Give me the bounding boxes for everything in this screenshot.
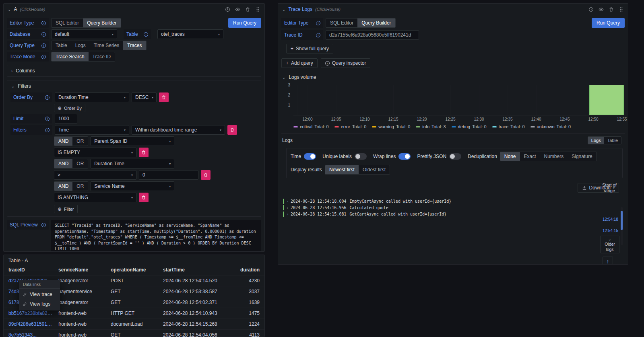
info-icon[interactable]: i bbox=[41, 55, 46, 59]
order-by-direction-select[interactable]: DESC▾ bbox=[132, 92, 157, 102]
drag-handle-icon[interactable] bbox=[619, 7, 624, 12]
log-row[interactable]: › 2024-06-28 12:54:15.081 GetCartAsync c… bbox=[283, 211, 593, 217]
add-filter-button[interactable]: ⊕Filter bbox=[54, 205, 78, 213]
filter-value-select[interactable]: Within dashboard time range▾ bbox=[132, 125, 225, 135]
log-row[interactable]: › 2024-06-28 12:54:18.004 EmptyCartAsync… bbox=[283, 198, 593, 204]
expand-caret-icon[interactable]: › bbox=[287, 206, 288, 210]
trace-mode-trace-id[interactable]: Trace ID bbox=[89, 52, 115, 61]
bool-and[interactable]: AND bbox=[54, 137, 72, 146]
column-header-operationname[interactable]: operationName bbox=[111, 267, 163, 273]
eye-icon[interactable] bbox=[235, 7, 240, 12]
condition-field-select[interactable]: Parent Span ID▾ bbox=[91, 136, 174, 146]
table-panel-title[interactable]: Table - A bbox=[4, 255, 264, 265]
history-icon[interactable] bbox=[225, 7, 230, 12]
dedup-numbers[interactable]: Numbers bbox=[540, 152, 568, 161]
dedup-none[interactable]: None bbox=[500, 152, 520, 161]
legend-item-trace[interactable]: traceTotal: 0 bbox=[492, 124, 525, 129]
remove-condition-button[interactable] bbox=[139, 193, 149, 202]
info-icon[interactable]: i bbox=[45, 117, 50, 121]
wrap-lines-toggle[interactable] bbox=[398, 153, 411, 160]
info-icon[interactable]: i bbox=[41, 43, 46, 48]
expand-caret-icon[interactable]: › bbox=[287, 212, 288, 216]
info-icon[interactable]: i bbox=[45, 95, 50, 100]
expand-caret-icon[interactable]: › bbox=[287, 199, 288, 203]
condition-operator-select[interactable]: IS ANYTHING▾ bbox=[54, 193, 136, 202]
condition-operator-select[interactable]: IS EMPTY▾ bbox=[54, 148, 136, 157]
bool-or[interactable]: OR bbox=[72, 137, 88, 146]
bool-and[interactable]: AND bbox=[54, 159, 72, 168]
trace-id-link[interactable]: 8e7b51343... bbox=[8, 332, 58, 337]
legend-item-error[interactable]: errorTotal: 0 bbox=[334, 124, 367, 129]
log-row[interactable]: › 2024-06-28 12:54:16.956 Calculated quo… bbox=[283, 205, 593, 211]
query-type-logs[interactable]: Logs bbox=[71, 41, 90, 50]
editor-type-query-builder[interactable]: Query Builder bbox=[357, 18, 395, 27]
add-order-by-button[interactable]: ⊕Order By bbox=[54, 104, 85, 112]
logs-scrollbar-thumb[interactable] bbox=[621, 211, 623, 230]
trace-mode-trace-search[interactable]: Trace Search bbox=[52, 52, 89, 61]
info-icon[interactable]: i bbox=[41, 223, 46, 227]
panel-collapse-chevron-icon[interactable]: ⌄ bbox=[8, 7, 11, 12]
trace-id-link[interactable]: 89cf4286e631591b4... bbox=[8, 321, 58, 327]
table-select[interactable]: otel_traces▾ bbox=[157, 29, 223, 39]
run-query-button[interactable]: Run Query bbox=[592, 18, 625, 28]
logs-volume-header[interactable]: ⌄ Logs volume bbox=[282, 74, 625, 80]
newest-first-option[interactable]: Newest first bbox=[325, 165, 359, 174]
editor-type-query-builder[interactable]: Query Builder bbox=[83, 18, 120, 27]
condition-operator-select[interactable]: >▾ bbox=[54, 170, 136, 180]
panel-title[interactable]: Trace Logs bbox=[288, 6, 312, 12]
column-header-traceid[interactable]: traceID bbox=[8, 267, 58, 273]
bool-and[interactable]: AND bbox=[54, 182, 72, 191]
show-full-query-button[interactable]: +Show full query bbox=[286, 44, 333, 53]
context-menu-view-logs[interactable]: View logs bbox=[19, 299, 60, 309]
info-volume-bar[interactable] bbox=[589, 85, 624, 115]
columns-section-header[interactable]: › Columns bbox=[7, 65, 261, 76]
scroll-to-top-button[interactable]: ↑ bbox=[603, 257, 613, 265]
legend-item-info[interactable]: infoTotal: 3 bbox=[416, 124, 446, 129]
info-icon[interactable]: i bbox=[316, 33, 320, 37]
info-icon[interactable]: i bbox=[41, 21, 46, 25]
trash-icon[interactable] bbox=[245, 7, 250, 12]
dedup-signature[interactable]: Signature bbox=[568, 152, 596, 161]
view-table-option[interactable]: Table bbox=[604, 137, 621, 144]
query-type-time-series[interactable]: Time Series bbox=[90, 41, 124, 50]
editor-type-sql-editor[interactable]: SQL Editor bbox=[52, 18, 83, 27]
condition-value-input[interactable] bbox=[139, 170, 198, 180]
query-type-table[interactable]: Table bbox=[52, 41, 71, 50]
filter-field-select[interactable]: Time▾ bbox=[55, 125, 129, 135]
remove-condition-button[interactable] bbox=[139, 148, 149, 157]
remove-condition-button[interactable] bbox=[201, 170, 211, 180]
remove-filter-button[interactable] bbox=[227, 125, 237, 135]
info-icon[interactable]: i bbox=[144, 32, 148, 37]
dedup-exact[interactable]: Exact bbox=[520, 152, 540, 161]
query-inspector-button[interactable]: iQuery inspector bbox=[321, 58, 371, 68]
legend-item-debug[interactable]: debugTotal: 0 bbox=[452, 124, 487, 129]
query-type-traces[interactable]: Traces bbox=[123, 41, 146, 50]
column-header-starttime[interactable]: startTime bbox=[163, 267, 232, 273]
bool-or[interactable]: OR bbox=[72, 182, 88, 191]
oldest-first-option[interactable]: Oldest first bbox=[359, 165, 390, 174]
legend-item-unknown[interactable]: unknownTotal: 0 bbox=[530, 124, 571, 129]
filters-section-header[interactable]: ⌄ Filters bbox=[7, 80, 261, 92]
trace-id-input[interactable] bbox=[326, 30, 419, 40]
info-icon[interactable]: i bbox=[41, 32, 46, 37]
info-icon[interactable]: i bbox=[316, 21, 320, 25]
legend-item-warning[interactable]: warningTotal: 0 bbox=[372, 124, 410, 129]
context-menu-view-trace[interactable]: View trace bbox=[19, 290, 60, 299]
legend-item-critical[interactable]: criticalTotal: 0 bbox=[293, 124, 329, 129]
history-icon[interactable] bbox=[588, 7, 594, 12]
time-toggle[interactable] bbox=[304, 153, 316, 160]
column-header-duration[interactable]: duration bbox=[232, 267, 260, 273]
bool-or[interactable]: OR bbox=[72, 159, 88, 168]
remove-order-by-button[interactable] bbox=[159, 92, 169, 102]
panel-collapse-chevron-icon[interactable]: ⌄ bbox=[282, 7, 285, 12]
limit-input[interactable] bbox=[55, 114, 77, 123]
editor-type-sql-editor[interactable]: SQL Editor bbox=[326, 18, 357, 27]
unique-labels-toggle[interactable] bbox=[355, 153, 367, 160]
info-icon[interactable]: i bbox=[45, 128, 50, 132]
eye-icon[interactable] bbox=[599, 7, 604, 12]
condition-field-select[interactable]: Service Name▾ bbox=[91, 181, 174, 191]
view-logs-option[interactable]: Logs bbox=[588, 137, 604, 144]
older-logs-button[interactable]: ⌄ Older logs bbox=[600, 236, 619, 253]
database-select[interactable]: default▾ bbox=[51, 29, 117, 39]
condition-field-select[interactable]: Duration Time▾ bbox=[91, 159, 174, 168]
